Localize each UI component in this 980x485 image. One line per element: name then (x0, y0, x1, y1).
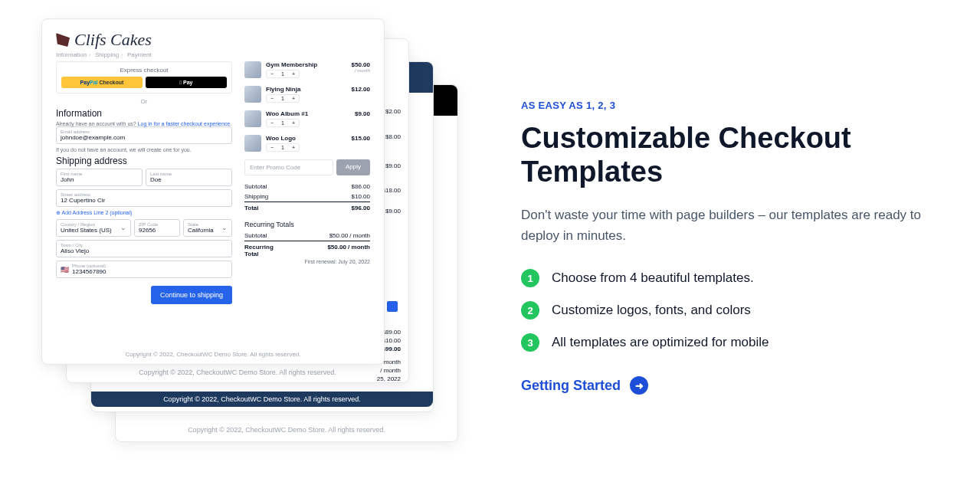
step-number-badge: 2 (521, 301, 539, 320)
breadcrumb-step[interactable]: Payment (127, 51, 152, 58)
lead-paragraph: Don't waste your time with page builders… (521, 205, 957, 246)
information-heading: Information (56, 108, 232, 119)
feature-content: AS EASY AS 1, 2, 3 Customizable Checkout… (483, 0, 980, 485)
product-thumb (244, 86, 261, 103)
apply-promo-button[interactable]: Apply (336, 159, 370, 175)
step-number-badge: 1 (521, 269, 539, 287)
shipping-heading: Shipping address (56, 156, 232, 166)
total-row: Total$96.00 (244, 202, 370, 213)
feature-step: 2Customize logos, fonts, and colors (521, 301, 957, 320)
no-account-note: If you do not have an account, we will c… (56, 147, 232, 152)
template-2-button-peek (387, 301, 398, 312)
shipping-row: Shipping$10.00 (244, 192, 370, 202)
breadcrumb-step[interactable]: Shipping (95, 51, 119, 58)
product-thumb (244, 135, 261, 152)
continue-button[interactable]: Continue to shipping (151, 286, 232, 304)
store-logo-icon (56, 33, 70, 47)
step-text: All templates are optimized for mobile (552, 335, 769, 350)
last-name-field[interactable]: Last nameDoe (146, 169, 232, 186)
page-title: Customizable Checkout Templates (521, 122, 957, 188)
subtotal-row: Subtotal$86.00 (244, 182, 370, 192)
state-select[interactable]: StateCalifornia (183, 219, 232, 237)
quantity-stepper[interactable]: −1+ (266, 143, 300, 152)
street-field[interactable]: Street address12 Cupertino Cir (56, 189, 232, 207)
email-field[interactable]: Email address johndoe@example.com (56, 126, 232, 144)
step-number-badge: 3 (521, 333, 539, 352)
paypal-button[interactable]: PayPal Checkout (61, 77, 143, 88)
step-text: Choose from 4 beautiful templates. (552, 270, 754, 286)
getting-started-link[interactable]: Getting Started ➜ (521, 376, 648, 395)
quantity-stepper[interactable]: −1+ (266, 119, 300, 127)
cart-item: Woo Logo−1+ $15.00 (244, 135, 370, 152)
login-prompt: Already have an account with us? Log in … (56, 121, 232, 126)
renewal-note: First renewal: July 20, 2022 (244, 259, 370, 264)
breadcrumb-step[interactable]: Information (56, 51, 87, 58)
checkout-form-column: Express checkout PayPal Checkout  Pay O… (56, 61, 232, 340)
login-link[interactable]: Log in for a faster checkout experience. (138, 121, 232, 126)
feature-steps-list: 1Choose from 4 beautiful templates. 2Cus… (521, 269, 957, 352)
template-preview-stack: Copyright © 2022, CheckoutWC Demo Store.… (0, 0, 483, 485)
recurring-subtotal-row: Subtotal$50.00 / month (244, 231, 370, 241)
store-name: Clifs Cakes (74, 30, 152, 50)
breadcrumb: Information› Shipping› Payment (56, 51, 370, 58)
product-thumb (244, 110, 261, 127)
order-summary-column: Gym Membership−1+ $50.00/ month Flying N… (244, 61, 370, 340)
zip-field[interactable]: ZIP Code92656 (134, 219, 180, 237)
recurring-heading: Recurring Totals (244, 221, 370, 228)
phone-field[interactable]: 🇺🇸 Phone (optional)1234567890 (56, 261, 232, 278)
first-name-field[interactable]: First nameJohn (56, 169, 143, 186)
feature-step: 1Choose from 4 beautiful templates. (521, 269, 957, 287)
cart-item: Flying Ninja−1+ $12.00 (244, 86, 370, 103)
or-divider: Or (56, 98, 232, 105)
checkout-template-card: Clifs Cakes Information› Shipping› Payme… (41, 18, 385, 365)
store-brand: Clifs Cakes (56, 30, 370, 50)
quantity-stepper[interactable]: −1+ (266, 94, 300, 103)
checkout-footer: Copyright © 2022, CheckoutWC Demo Store.… (56, 340, 370, 358)
city-field[interactable]: Town / CityAliso Viejo (56, 240, 232, 257)
add-address-line-link[interactable]: Add Address Line 2 (optional) (56, 210, 232, 216)
express-checkout-title: Express checkout (61, 67, 227, 74)
step-text: Customize logos, fonts, and colors (552, 303, 751, 318)
eyebrow-text: AS EASY AS 1, 2, 3 (521, 100, 957, 111)
promo-code-input[interactable]: Enter Promo Code (244, 159, 333, 175)
template-3-footer: Copyright © 2022, CheckoutWC Demo Store.… (91, 392, 433, 407)
recurring-total-row: Recurring Total$50.00 / month (244, 241, 370, 259)
product-thumb (244, 61, 261, 78)
cart-item: Gym Membership−1+ $50.00/ month (244, 61, 370, 78)
cart-item: Woo Album #1−1+ $9.00 (244, 110, 370, 127)
feature-step: 3All templates are optimized for mobile (521, 333, 957, 352)
express-checkout-box: Express checkout PayPal Checkout  Pay (56, 61, 232, 93)
arrow-right-icon: ➜ (630, 376, 648, 395)
cta-label: Getting Started (521, 378, 621, 394)
country-select[interactable]: Country / RegionUnited States (US) (56, 219, 131, 237)
apple-pay-button[interactable]:  Pay (146, 77, 227, 88)
quantity-stepper[interactable]: −1+ (266, 70, 300, 78)
flag-icon: 🇺🇸 (61, 266, 69, 274)
